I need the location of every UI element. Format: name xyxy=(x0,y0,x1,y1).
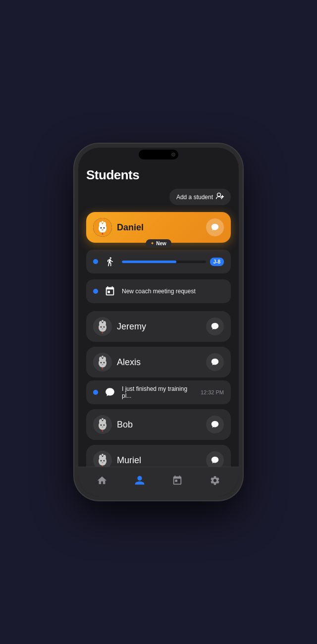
student-name-daniel: Daniel xyxy=(117,222,144,233)
notif-dot xyxy=(93,390,98,395)
calendar-icon xyxy=(103,284,117,298)
student-group-daniel: ¥ Daniel ✦ New xyxy=(86,212,231,306)
progress-bar-fill xyxy=(122,261,176,263)
svg-point-34 xyxy=(101,425,102,426)
student-card-muriel[interactable]: ¥ Muriel xyxy=(86,445,231,467)
svg-point-45 xyxy=(102,462,104,463)
svg-point-36 xyxy=(102,427,104,428)
svg-point-26 xyxy=(104,362,105,364)
student-card-daniel[interactable]: ¥ Daniel ✦ New xyxy=(86,212,231,243)
chat-button-bob[interactable] xyxy=(206,416,224,433)
student-name-muriel: Muriel xyxy=(117,455,141,466)
svg-point-24 xyxy=(103,357,106,362)
student-group-bob: ¥ Bob xyxy=(86,409,231,440)
avatar-muriel: ¥ xyxy=(93,451,112,467)
daniel-notifications: J-8 New coach meeting request xyxy=(86,250,231,306)
svg-point-0 xyxy=(217,193,221,197)
svg-point-37 xyxy=(102,418,104,420)
svg-point-27 xyxy=(102,364,104,365)
student-name-bob: Bob xyxy=(117,420,133,430)
calendar-nav-icon xyxy=(172,475,183,488)
svg-point-5 xyxy=(99,222,102,227)
svg-point-15 xyxy=(103,321,106,326)
notif-text-alexis: I just finished my training pl... xyxy=(122,385,196,399)
avatar-bob: ¥ xyxy=(93,415,112,434)
nav-item-home[interactable] xyxy=(90,472,114,491)
camera xyxy=(171,153,175,157)
avatar-alexis: ¥ xyxy=(93,353,112,372)
avatar-jeremy: ¥ xyxy=(93,317,112,336)
svg-text:¥: ¥ xyxy=(102,367,104,370)
svg-point-19 xyxy=(102,320,104,322)
svg-point-25 xyxy=(101,362,102,364)
home-icon xyxy=(97,475,107,488)
student-group-alexis: ¥ Alexis xyxy=(86,347,231,404)
svg-point-18 xyxy=(102,328,104,329)
student-card-jeremy[interactable]: ¥ Jeremy xyxy=(86,311,231,342)
notif-meeting-daniel[interactable]: New coach meeting request xyxy=(86,279,231,303)
svg-point-10 xyxy=(102,221,104,223)
chat-button-daniel[interactable] xyxy=(206,218,224,236)
notif-dot xyxy=(93,259,98,264)
student-name-alexis: Alexis xyxy=(117,357,141,368)
run-icon xyxy=(103,255,117,268)
notif-progress-daniel[interactable]: J-8 xyxy=(86,250,231,273)
students-icon xyxy=(134,475,145,488)
add-student-button[interactable]: Add a student xyxy=(169,189,231,205)
screen: Students Add a student xyxy=(78,148,239,496)
svg-point-16 xyxy=(101,326,102,328)
svg-point-33 xyxy=(103,419,106,424)
avatar-daniel: ¥ xyxy=(93,218,112,237)
new-star-icon: ✦ xyxy=(151,241,154,246)
svg-point-43 xyxy=(101,460,102,462)
student-name-jeremy: Jeremy xyxy=(117,322,146,332)
gear-icon xyxy=(210,475,220,488)
student-left-daniel: ¥ Daniel xyxy=(93,218,144,237)
svg-point-7 xyxy=(101,227,102,229)
nav-item-calendar[interactable] xyxy=(165,472,190,491)
add-user-icon xyxy=(216,193,224,201)
add-student-label: Add a student xyxy=(176,194,213,201)
chat-button-alexis[interactable] xyxy=(206,353,224,371)
svg-point-42 xyxy=(103,455,106,460)
message-icon xyxy=(103,385,117,399)
student-left-muriel: ¥ Muriel xyxy=(93,451,141,467)
bottom-nav xyxy=(78,467,239,496)
svg-point-6 xyxy=(103,222,106,227)
svg-point-46 xyxy=(102,454,104,456)
student-group-muriel: ¥ Muriel xyxy=(86,445,231,467)
j8-badge: J-8 xyxy=(210,258,224,266)
chat-button-jeremy[interactable] xyxy=(206,318,224,335)
svg-point-44 xyxy=(104,460,105,462)
svg-point-23 xyxy=(99,357,102,362)
progress-container: J-8 xyxy=(122,258,224,266)
svg-point-35 xyxy=(104,425,105,426)
page-title: Students xyxy=(86,167,231,183)
svg-point-28 xyxy=(102,356,104,358)
svg-point-17 xyxy=(104,326,105,328)
notif-text-meeting: New coach meeting request xyxy=(122,288,224,295)
phone-notch xyxy=(129,148,188,161)
student-left-bob: ¥ Bob xyxy=(93,415,133,434)
student-group-jeremy: ¥ Jeremy xyxy=(86,311,231,342)
student-card-bob[interactable]: ¥ Bob xyxy=(86,409,231,440)
svg-text:¥: ¥ xyxy=(102,232,104,235)
header-row: Add a student xyxy=(86,189,231,205)
student-left-alexis: ¥ Alexis xyxy=(93,353,141,372)
content-area: Students Add a student xyxy=(78,162,239,467)
svg-text:¥: ¥ xyxy=(102,331,104,334)
svg-point-9 xyxy=(102,229,104,230)
phone-frame: Students Add a student xyxy=(74,144,243,500)
svg-point-8 xyxy=(104,227,105,229)
chat-button-muriel[interactable] xyxy=(206,451,224,467)
svg-point-41 xyxy=(99,455,102,460)
progress-bar-bg xyxy=(122,261,206,263)
svg-point-14 xyxy=(99,321,102,326)
notif-time-alexis: 12:32 PM xyxy=(201,389,224,395)
notif-message-alexis[interactable]: I just finished my training pl... 12:32 … xyxy=(86,380,231,404)
student-card-alexis[interactable]: ¥ Alexis xyxy=(86,347,231,377)
new-badge-daniel: ✦ New xyxy=(146,239,171,248)
nav-item-students[interactable] xyxy=(127,472,152,491)
nav-item-settings[interactable] xyxy=(203,472,227,491)
student-left-jeremy: ¥ Jeremy xyxy=(93,317,146,336)
